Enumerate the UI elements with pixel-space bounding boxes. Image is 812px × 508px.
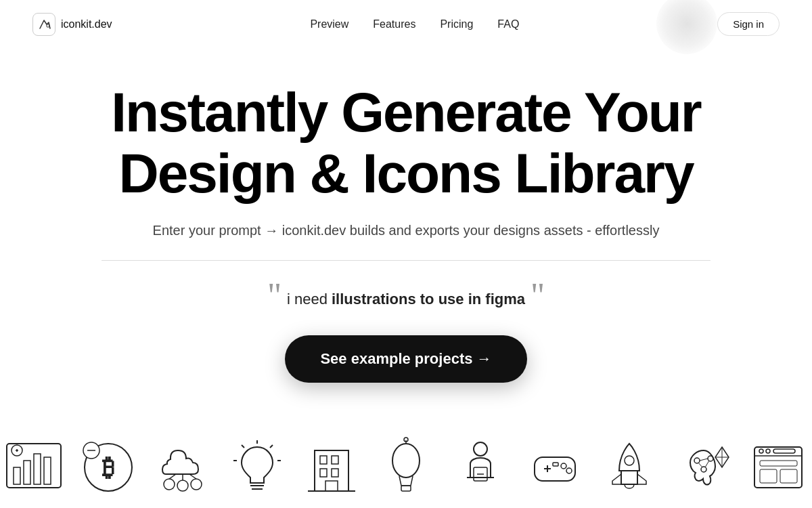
list-item [518,430,592,505]
svg-rect-47 [621,471,637,484]
blob-decoration [656,0,717,54]
list-item [294,430,369,505]
hero-section: Instantly Generate Your Design & Icons L… [0,48,812,417]
svg-line-18 [189,474,196,479]
prompt-normal: i need [287,291,332,308]
svg-line-16 [169,474,176,479]
prompt-text: i need illustrations to use in figma [287,291,525,308]
nav-features[interactable]: Features [373,18,415,30]
list-item [592,430,667,505]
svg-line-23 [270,445,273,448]
list-item: ₿ [71,430,145,505]
svg-point-15 [191,479,202,490]
nav-faq[interactable]: FAQ [497,18,519,30]
svg-point-13 [164,479,175,490]
close-quote-icon: " [531,278,545,314]
icon-strip: ₿ [0,417,812,505]
svg-point-37 [474,442,487,456]
list-item [667,430,741,505]
open-quote-icon: " [267,278,281,314]
svg-line-22 [242,445,244,448]
hero-divider [102,260,710,261]
svg-point-14 [177,480,188,491]
signin-button[interactable]: Sign in [717,12,780,36]
cta-button[interactable]: See example projects → [285,335,526,383]
logo-icon [32,13,55,36]
svg-rect-41 [535,457,575,481]
list-item [145,430,220,505]
list-item [0,430,71,505]
nav-pricing[interactable]: Pricing [440,18,473,30]
hero-title: Instantly Generate Your Design & Icons L… [68,82,744,204]
list-item [220,430,294,505]
list-item [443,430,518,505]
hero-subtitle: Enter your prompt → iconkit.dev builds a… [68,223,744,238]
svg-text:₿: ₿ [102,454,114,482]
prompt-area: " i need illustrations to use in figma " [68,285,744,314]
list-item [369,430,443,505]
prompt-bold: illustrations to use in figma [332,291,525,308]
logo-text: iconkit.dev [61,18,112,30]
logo[interactable]: iconkit.dev [32,13,112,36]
svg-rect-34 [401,486,411,491]
nav-links: Preview Features Pricing FAQ [310,18,519,30]
list-item [741,430,812,505]
navbar: iconkit.dev Preview Features Pricing FAQ… [0,0,812,48]
svg-point-33 [392,444,420,478]
svg-point-48 [625,456,634,465]
cta-wrapper: See example projects → [68,335,744,396]
nav-preview[interactable]: Preview [310,18,348,30]
